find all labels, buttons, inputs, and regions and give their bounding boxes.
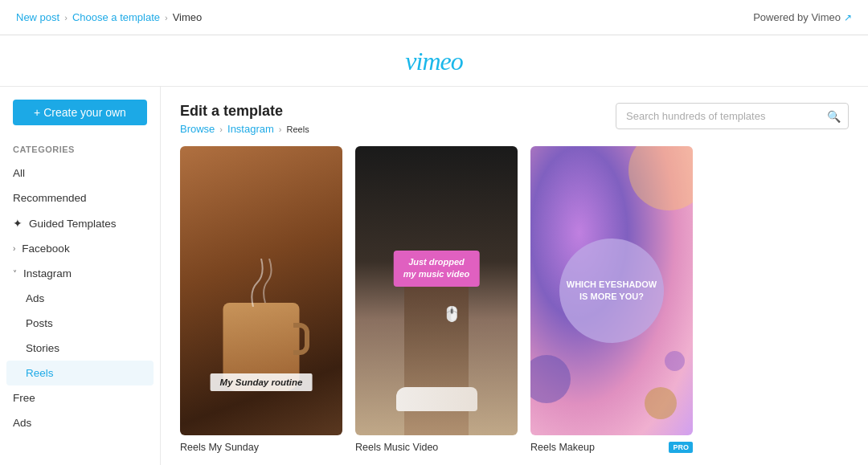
breadcrumb-sep: › (219, 124, 223, 134)
sidebar-item-label: Recommended (13, 192, 87, 204)
breadcrumb-new-post[interactable]: New post (16, 11, 59, 23)
breadcrumb: New post › Choose a template › Vimeo (16, 11, 202, 23)
sidebar-item-stories[interactable]: Stories (0, 336, 160, 361)
steam-svg (245, 259, 277, 307)
template-2-name: Reels Music Video (355, 442, 518, 453)
sidebar-item-label: Facebook (22, 243, 69, 255)
chevron-right-icon: › (13, 244, 15, 253)
sidebar-item-label: Instagram (23, 267, 72, 279)
sidebar-item-reels[interactable]: Reels (6, 361, 154, 385)
template-thumb-1: My Sunday routine (180, 146, 342, 435)
breadcrumb-current: Vimeo (173, 11, 203, 23)
sidebar-item-label: Guided Templates (29, 218, 117, 230)
deco-circle-4 (665, 351, 685, 371)
sidebar-item-guided-templates[interactable]: ✦ Guided Templates (0, 210, 160, 236)
sidebar-item-label: Posts (26, 317, 53, 329)
template-grid: My Sunday routine Reels My Sunday Just d… (180, 146, 849, 453)
legs-shape (404, 276, 469, 435)
main-layout: + Create your own Categories All Recomme… (0, 87, 868, 465)
shoe-shape (396, 387, 477, 411)
sidebar-item-label: Stories (26, 342, 59, 354)
sidebar-item-label: All (13, 167, 25, 179)
template-3-label: WHICH EYESHADOW IS MORE YOU? (559, 272, 664, 309)
sidebar-item-posts[interactable]: Posts (0, 311, 160, 336)
sidebar-item-ads-bottom[interactable]: Ads (0, 410, 160, 435)
content-area: Edit a template Browse › Instagram › Ree… (161, 87, 868, 465)
sidebar-item-label: Reels (26, 367, 54, 379)
sidebar-item-all[interactable]: All (0, 161, 160, 186)
powered-by: Powered by Vimeo ↗ (753, 11, 852, 23)
sidebar-item-facebook[interactable]: › Facebook (0, 236, 160, 261)
template-card-2[interactable]: Just droppedmy music video 🖱️ Reels Musi… (355, 146, 518, 453)
sidebar-item-instagram[interactable]: ˅ Instagram (0, 261, 160, 286)
vimeo-logo: vimeo (405, 47, 462, 76)
top-nav: New post › Choose a template › Vimeo Pow… (0, 0, 868, 35)
breadcrumb-browse[interactable]: Browse (180, 123, 215, 135)
breadcrumb-choose-template[interactable]: Choose a template (72, 11, 160, 23)
sidebar-item-free[interactable]: Free (0, 385, 160, 410)
breadcrumb-instagram[interactable]: Instagram (227, 123, 274, 135)
deco-circle-3 (645, 387, 677, 419)
cup-handle (293, 323, 309, 355)
guided-icon: ✦ (13, 217, 23, 230)
template-card-1[interactable]: My Sunday routine Reels My Sunday (180, 146, 342, 453)
template-1-label: My Sunday routine (211, 373, 313, 391)
content-breadcrumb: Browse › Instagram › Reels (180, 123, 309, 135)
template-card-3[interactable]: WHICH EYESHADOW IS MORE YOU? Reels Makeu… (530, 146, 693, 453)
logo-bar: vimeo (0, 35, 868, 87)
external-link-icon: ↗ (844, 12, 852, 23)
categories-label: Categories (0, 141, 160, 161)
title-section: Edit a template Browse › Instagram › Ree… (180, 103, 309, 135)
search-input[interactable] (616, 103, 849, 129)
breadcrumb-sep-1: › (64, 13, 68, 22)
cursor-icon: 🖱️ (443, 305, 461, 323)
chevron-down-icon: ˅ (13, 269, 17, 278)
sidebar: + Create your own Categories All Recomme… (0, 87, 161, 465)
sidebar-item-recommended[interactable]: Recommended (0, 186, 160, 210)
deco-circle-2 (530, 355, 571, 403)
template-2-label: Just droppedmy music video (394, 251, 480, 287)
content-header: Edit a template Browse › Instagram › Ree… (180, 103, 849, 135)
create-your-own-button[interactable]: + Create your own (13, 100, 147, 125)
template-1-name: Reels My Sunday (180, 442, 342, 453)
template-thumb-3: WHICH EYESHADOW IS MORE YOU? (530, 146, 693, 435)
center-circle: WHICH EYESHADOW IS MORE YOU? (559, 239, 664, 343)
breadcrumb-sep-2: › (165, 13, 168, 22)
pro-badge: PRO (669, 442, 693, 453)
template-3-name: Reels Makeup PRO (530, 442, 693, 453)
search-box: 🔍 (616, 103, 849, 129)
sidebar-item-label: Ads (13, 417, 31, 429)
deco-circle-1 (628, 146, 693, 210)
template-thumb-2: Just droppedmy music video 🖱️ (355, 146, 518, 435)
sidebar-item-ads[interactable]: Ads (0, 286, 160, 311)
page-title: Edit a template (180, 103, 309, 120)
sidebar-item-label: Free (13, 392, 35, 404)
breadcrumb-reels: Reels (287, 124, 309, 134)
sidebar-item-label: Ads (26, 292, 44, 304)
breadcrumb-sep: › (279, 124, 282, 134)
